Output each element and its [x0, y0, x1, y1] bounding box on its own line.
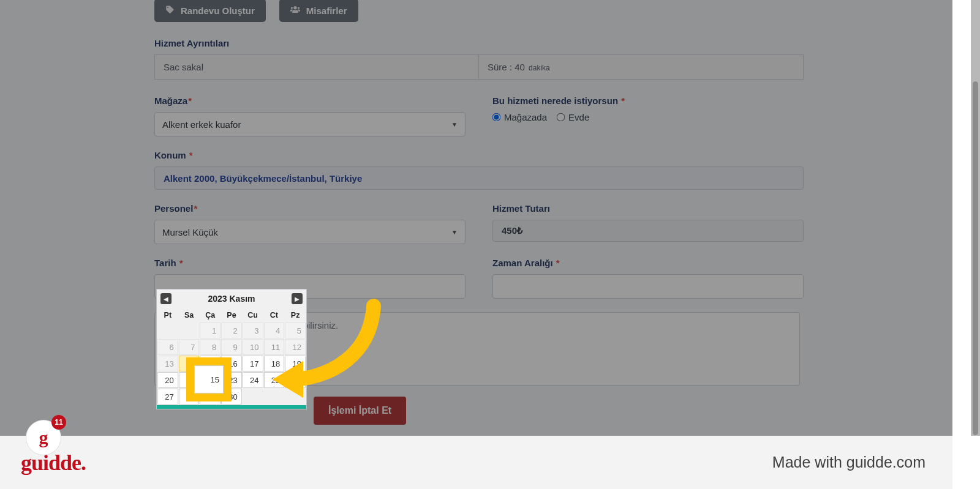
datepicker-day-header: Sa: [179, 308, 200, 322]
service-duration: Süre : 40 dakika: [479, 54, 804, 80]
toolbar: Randevu Oluştur Misafirler: [154, 0, 804, 22]
footer: guidde. Made with guidde.com: [0, 436, 952, 489]
datepicker-day-cell[interactable]: 30: [221, 389, 242, 405]
datepicker-title: 2023 Kasım: [208, 294, 255, 304]
duration-label: Süre :: [488, 62, 512, 72]
tag-icon: [165, 5, 175, 16]
amount-label: Hizmet Tutarı: [492, 203, 804, 214]
datepicker-day-cell: [264, 389, 285, 405]
datepicker-day-cell: 10: [243, 339, 263, 355]
where-label: Bu hizmeti nerede istiyorsun *: [492, 95, 804, 106]
guidde-g-icon: g: [39, 427, 48, 448]
datepicker-day-cell: 1: [200, 323, 221, 338]
timerange-field: Zaman Aralığı *: [492, 258, 804, 299]
datepicker-day-cell: 8: [200, 339, 221, 355]
datepicker: ◀ 2023 Kasım ▶ PtSaÇaPeCuCtPz 1234567891…: [156, 289, 307, 409]
timerange-label: Zaman Aralığı *: [492, 258, 804, 268]
guests-label: Misafirler: [306, 6, 347, 16]
datepicker-day-cell: 9: [221, 339, 242, 355]
datepicker-day-header: Pe: [221, 308, 242, 322]
datepicker-day-header: Cu: [243, 308, 263, 322]
service-details-row: Sac sakal Süre : 40 dakika: [154, 54, 804, 80]
datepicker-day-cell: 6: [157, 339, 178, 355]
datepicker-day-cell: 5: [285, 323, 306, 338]
guidde-fab-count: 11: [51, 415, 66, 430]
datepicker-day-cell[interactable]: 24: [243, 372, 263, 388]
staff-field: Personel* Mursel Küçük ▼: [154, 203, 466, 244]
chevron-down-icon: ▼: [451, 229, 458, 236]
location-input[interactable]: Alkent 2000, Büyükçekmece/İstanbul, Türk…: [154, 166, 804, 190]
datepicker-accent-bar: [157, 405, 306, 409]
datepicker-day-header: Pz: [285, 308, 306, 322]
datepicker-day-cell: [285, 389, 306, 405]
where-radio-group: Mağazada Evde: [492, 112, 804, 122]
timerange-input[interactable]: [492, 274, 804, 299]
datepicker-day-cell: 11: [264, 339, 285, 355]
app-body: Randevu Oluştur Misafirler Hizmet Ayrınt…: [0, 0, 952, 436]
datepicker-day-cell: [157, 323, 178, 338]
datepicker-day-cell[interactable]: 15: [200, 356, 221, 371]
datepicker-day-cell: 13: [157, 356, 178, 371]
radio-in-store[interactable]: Mağazada: [492, 112, 547, 122]
guidde-fab[interactable]: g 11: [26, 419, 62, 455]
staff-value: Mursel Küçük: [162, 227, 218, 237]
location-label: Konum *: [154, 150, 804, 160]
cancel-button[interactable]: İşlemi İptal Et: [314, 397, 406, 425]
datepicker-day-cell[interactable]: 27: [157, 389, 178, 405]
datepicker-day-cell[interactable]: 14: [179, 356, 200, 371]
datepicker-day-cell[interactable]: 23: [221, 372, 242, 388]
scrollbar-thumb[interactable]: [973, 81, 978, 435]
datepicker-day-cell[interactable]: 18: [264, 356, 285, 371]
datepicker-day-cell: 3: [243, 323, 263, 338]
create-appointment-button[interactable]: Randevu Oluştur: [154, 0, 266, 22]
datepicker-day-cell: [243, 389, 263, 405]
datepicker-next-button[interactable]: ▶: [292, 293, 303, 304]
store-field: Mağaza* Alkent erkek kuafor ▼: [154, 95, 466, 136]
scrollbar[interactable]: [971, 0, 980, 436]
radio-at-home[interactable]: Evde: [557, 112, 589, 122]
datepicker-day-cell: 12: [285, 339, 306, 355]
datepicker-day-header: Ça: [200, 308, 221, 322]
datepicker-day-cell[interactable]: 25: [264, 372, 285, 388]
chevron-down-icon: ▼: [451, 121, 458, 128]
location-field: Konum * Alkent 2000, Büyükçekmece/İstanb…: [154, 150, 804, 190]
footer-made-with: Made with guidde.com: [772, 454, 925, 471]
datepicker-day-cell[interactable]: 26: [285, 372, 306, 388]
date-label: Tarih *: [154, 258, 466, 268]
create-appointment-label: Randevu Oluştur: [181, 6, 255, 16]
datepicker-prev-button[interactable]: ◀: [160, 293, 172, 304]
datepicker-day-cell[interactable]: 19: [285, 356, 306, 371]
service-name: Sac sakal: [154, 54, 479, 80]
staff-select[interactable]: Mursel Küçük ▼: [154, 220, 466, 244]
duration-value: 40: [514, 62, 525, 72]
datepicker-day-cell: 7: [179, 339, 200, 355]
guests-button[interactable]: Misafirler: [279, 0, 358, 22]
datepicker-day-header: Pt: [157, 308, 178, 322]
datepicker-table: PtSaÇaPeCuCtPz 1234567891011121314151617…: [157, 308, 306, 405]
datepicker-day-cell: 2: [221, 323, 242, 338]
where-field: Bu hizmeti nerede istiyorsun * Mağazada …: [492, 95, 804, 122]
store-select[interactable]: Alkent erkek kuafor ▼: [154, 112, 466, 136]
store-value: Alkent erkek kuafor: [162, 119, 241, 130]
staff-label: Personel*: [154, 203, 466, 214]
store-label: Mağaza*: [154, 95, 466, 106]
datepicker-day-header: Ct: [264, 308, 285, 322]
datepicker-day-cell[interactable]: 21: [179, 372, 200, 388]
service-heading: Hizmet Ayrıntıları: [154, 38, 804, 48]
duration-unit: dakika: [529, 64, 550, 72]
amount-field: Hizmet Tutarı 450₺: [492, 203, 804, 242]
datepicker-day-cell[interactable]: 28: [179, 389, 200, 405]
users-icon: [290, 5, 300, 16]
datepicker-day-cell[interactable]: 29: [200, 389, 221, 405]
datepicker-day-cell: 4: [264, 323, 285, 338]
datepicker-day-cell: [179, 323, 200, 338]
datepicker-day-cell[interactable]: 16: [221, 356, 242, 371]
datepicker-day-cell[interactable]: 17: [243, 356, 263, 371]
amount-value: 450₺: [492, 220, 804, 242]
datepicker-day-cell[interactable]: 22: [200, 372, 221, 388]
datepicker-day-cell[interactable]: 20: [157, 372, 178, 388]
